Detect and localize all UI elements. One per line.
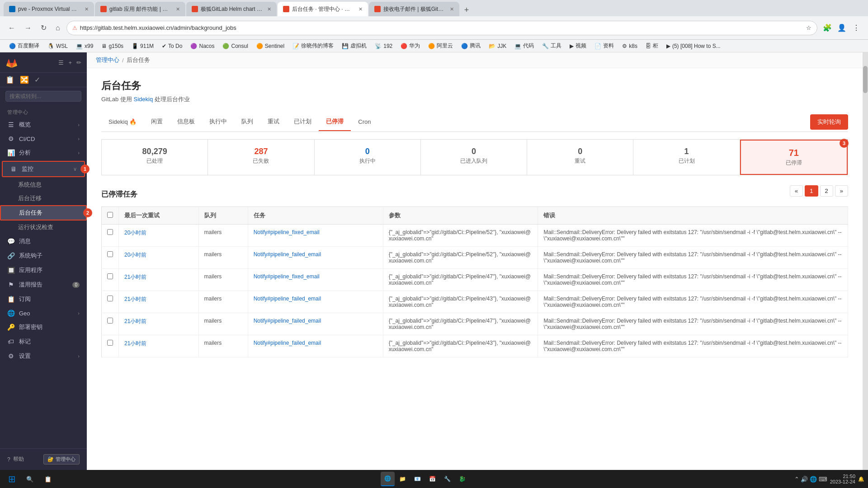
bookmark-video[interactable]: ▶视频 <box>566 41 590 51</box>
bookmark-blog[interactable]: 📝徐晓伟的博客 <box>289 41 337 51</box>
browser-tab-5[interactable]: 接收电子邮件 | 极狐GitLab ✕ <box>369 2 459 16</box>
bookmark-cabinet[interactable]: 🗄柜 <box>642 41 662 51</box>
sidebar-sub-migration[interactable]: 后台迁移 <box>0 192 87 205</box>
row-task-4[interactable]: Notify#pipeline_failed_email <box>248 313 383 335</box>
sidebar-merge-icon[interactable]: 🔀 <box>20 75 29 84</box>
browser-tab-4[interactable]: 后台任务 · 管理中心 · GitLab ✕ <box>278 2 368 16</box>
browser-tab-2[interactable]: gitlab 应用 邮件功能 | GitLab ✕ <box>95 2 185 16</box>
row-task-1[interactable]: Notify#pipeline_failed_email <box>248 247 383 269</box>
bookmark-huawei[interactable]: 🔴华为 <box>397 41 424 51</box>
sidekiq-link[interactable]: Sidekiq <box>134 96 153 103</box>
bookmark-g150s[interactable]: 🖥g150s <box>98 42 127 50</box>
taskbar-outlook[interactable]: 📅 <box>425 472 439 486</box>
sidebar-item-cicd[interactable]: ⚙ CI/CD › <box>0 132 87 145</box>
page-prev-button[interactable]: « <box>790 185 803 197</box>
sidebar-item-webhooks[interactable]: 🔗 系统钩子 <box>0 249 87 263</box>
bookmark-tools[interactable]: 🔧工具 <box>538 41 565 51</box>
tab-cron[interactable]: Cron <box>351 113 378 131</box>
start-button[interactable]: ⊞ <box>4 471 20 487</box>
select-all-checkbox[interactable] <box>107 212 113 218</box>
breadcrumb-parent[interactable]: 管理中心 <box>96 56 119 64</box>
profile-icon[interactable]: 👤 <box>835 22 848 34</box>
clock[interactable]: 21:50 2023-12-24 <box>830 474 855 484</box>
address-bar[interactable]: ⚠ https://gitlab.test.helm.xuxiaowei.cn/… <box>66 21 817 35</box>
bookmark-star-icon[interactable]: ☆ <box>806 24 811 31</box>
sidebar-issues-icon[interactable]: 📋 <box>5 75 14 84</box>
sidebar-sub-sysinfo[interactable]: 系统信息 <box>0 178 87 192</box>
page-2-button[interactable]: 2 <box>820 185 833 197</box>
bookmark-tutorial[interactable]: ▶(5) [008] How to S... <box>663 42 724 50</box>
row-checkbox-4[interactable] <box>107 318 113 324</box>
back-button[interactable]: ← <box>5 22 18 34</box>
bookmark-911m[interactable]: 📱911M <box>128 42 157 50</box>
tab-scheduled[interactable]: 已计划 <box>287 113 319 131</box>
notifications-icon[interactable]: 🔔 <box>858 476 864 482</box>
sidebar-item-deploykeys[interactable]: 🔑 部署密钥 <box>0 320 87 334</box>
bookmark-docs[interactable]: 📄资料 <box>591 41 618 51</box>
sidebar-item-labels[interactable]: 🏷 标记 <box>0 334 87 349</box>
row-checkbox-1[interactable] <box>107 251 113 257</box>
taskbar-mail[interactable]: 📧 <box>410 472 425 486</box>
taskbar-explorer[interactable]: 📁 <box>396 472 410 486</box>
tab2-close[interactable]: ✕ <box>176 6 180 12</box>
bookmark-jjk[interactable]: 📂JJK <box>485 42 510 50</box>
bookmark-tencent[interactable]: 🔵腾讯 <box>458 41 484 51</box>
bookmark-code[interactable]: 💻代码 <box>511 41 538 51</box>
home-button[interactable]: ⌂ <box>53 22 63 34</box>
tab-sidekiq[interactable]: Sidekiq 🔥 <box>101 113 144 131</box>
sidebar-todo-icon[interactable]: ✓ <box>34 75 40 84</box>
taskbar-browser[interactable]: 🌐 <box>381 472 395 486</box>
bookmark-todo[interactable]: ✔To Do <box>158 42 186 50</box>
search-button[interactable]: 🔍 <box>22 471 38 487</box>
taskbar-app5[interactable]: 🔧 <box>440 472 454 486</box>
scrollbar[interactable] <box>863 52 868 470</box>
bookmark-x99[interactable]: 💻x99 <box>72 42 97 50</box>
bookmark-consul[interactable]: 🟢Consul <box>219 42 251 50</box>
row-checkbox-0[interactable] <box>107 229 113 235</box>
tab-dead[interactable]: 已停滞 <box>319 113 351 131</box>
sidebar-sub-bgjobs[interactable]: 后台任务 <box>0 205 87 221</box>
tab-queues[interactable]: 队列 <box>234 113 260 131</box>
tab-idle[interactable]: 闲置 <box>144 113 170 131</box>
new-tab-button[interactable]: + <box>460 4 473 16</box>
page-1-button[interactable]: 1 <box>805 185 818 197</box>
tab4-close[interactable]: ✕ <box>359 6 363 12</box>
extensions-icon[interactable]: 🧩 <box>821 22 834 34</box>
menu-icon[interactable]: ⋮ <box>850 22 863 34</box>
tab-running[interactable]: 执行中 <box>202 113 234 131</box>
sidebar-sub-healthcheck[interactable]: 运行状况检查 <box>0 221 87 234</box>
bookmark-192[interactable]: 📡192 <box>371 42 396 50</box>
sidebar-toggle-icon[interactable]: ☰ <box>58 59 64 66</box>
bookmark-k8s[interactable]: ⚙k8s <box>618 42 641 50</box>
sidebar-item-monitoring[interactable]: 🖥 监控 ∨ <box>3 162 84 176</box>
browser-tab-1[interactable]: pve - Proxmox Virtual Enviro... ✕ <box>4 2 94 16</box>
sidebar-item-abusereports[interactable]: ⚑ 滥用报告 0 <box>0 277 87 292</box>
sidebar-edit-icon[interactable]: ✏ <box>76 59 81 66</box>
taskview-button[interactable]: 📋 <box>40 471 56 487</box>
sidebar-item-overview[interactable]: ☰ 概览 › <box>0 117 87 132</box>
scrollbar-thumb[interactable] <box>863 66 868 93</box>
row-checkbox-2[interactable] <box>107 273 113 279</box>
tab-retries[interactable]: 重试 <box>260 113 287 131</box>
taskbar-app6[interactable]: 🐉 <box>455 472 469 486</box>
sidebar-item-analytics[interactable]: 📊 分析 › <box>0 145 87 160</box>
bookmark-nacos[interactable]: 🟣Nacos <box>187 42 218 50</box>
bookmark-sentinel[interactable]: 🟠Sentinel <box>253 42 288 50</box>
sidebar-item-apps[interactable]: 🔲 应用程序 <box>0 263 87 277</box>
sidebar-item-messages[interactable]: 💬 消息 <box>0 234 87 249</box>
row-checkbox-3[interactable] <box>107 296 113 301</box>
bookmark-vm[interactable]: 💾虚拟机 <box>338 41 370 51</box>
bookmark-aliyun[interactable]: 🟠阿里云 <box>425 41 457 51</box>
tab1-close[interactable]: ✕ <box>85 6 89 12</box>
help-button[interactable]: ? 帮助 <box>7 455 24 463</box>
row-time-4[interactable]: 21小时前 <box>119 313 199 335</box>
refresh-button[interactable]: ↻ <box>38 22 49 34</box>
bookmark-baidufy[interactable]: 🔵百度翻译 <box>5 41 43 51</box>
tab-dashboard[interactable]: 信息板 <box>170 113 202 131</box>
row-time-3[interactable]: 21小时前 <box>119 291 199 313</box>
tab3-close[interactable]: ✕ <box>267 6 271 12</box>
row-task-0[interactable]: Notify#pipeline_fixed_email <box>248 225 383 247</box>
row-time-5[interactable]: 21小时前 <box>119 335 199 357</box>
sidebar-item-orders[interactable]: 📋 订阅 <box>0 292 87 306</box>
sidebar-add-icon[interactable]: + <box>68 59 72 66</box>
